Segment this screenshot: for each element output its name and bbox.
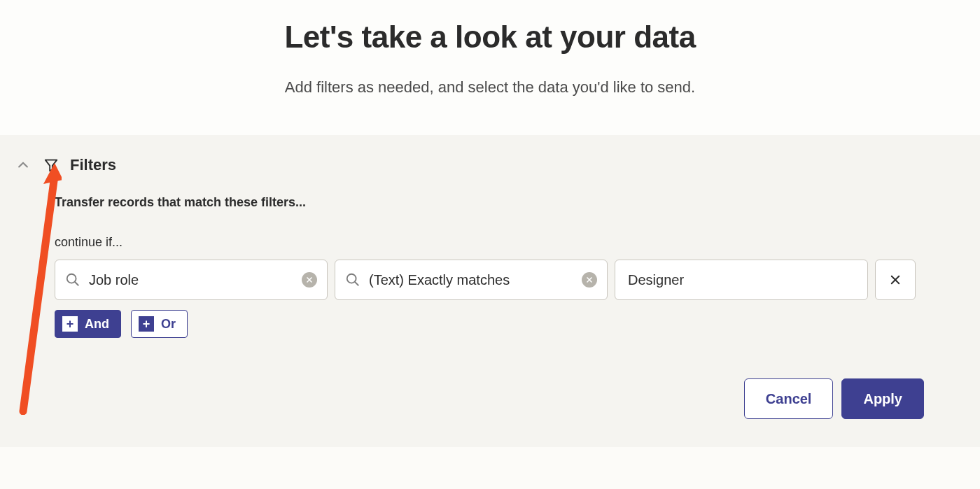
collapse-toggle[interactable] <box>15 157 31 173</box>
panel-actions: Cancel Apply <box>14 378 966 419</box>
svg-point-2 <box>67 274 76 283</box>
apply-button-label: Apply <box>863 391 902 407</box>
transfer-description: Transfer records that match these filter… <box>55 195 966 210</box>
page-subtitle: Add filters as needed, and select the da… <box>0 78 980 97</box>
filter-operator-value: (Text) Exactly matches <box>369 272 582 288</box>
filters-body: Transfer records that match these filter… <box>14 195 966 338</box>
filter-condition-row: Job role (Text) Exactly matches Designer <box>55 260 966 300</box>
cancel-button[interactable]: Cancel <box>744 378 834 419</box>
remove-condition-button[interactable] <box>875 260 916 300</box>
plus-icon: + <box>139 316 154 332</box>
filter-icon <box>43 157 59 173</box>
add-and-button[interactable]: + And <box>55 310 121 338</box>
filter-value-input[interactable]: Designer <box>615 260 868 300</box>
svg-point-6 <box>347 274 356 283</box>
or-button-label: Or <box>161 317 176 332</box>
filters-section-header: Filters <box>14 156 966 174</box>
page-header: Let's take a look at your data Add filte… <box>0 0 980 135</box>
logic-buttons-row: + And + Or <box>55 310 966 338</box>
page-title: Let's take a look at your data <box>0 20 980 55</box>
filters-section-title: Filters <box>70 156 116 174</box>
search-icon <box>65 272 80 288</box>
filters-panel: Filters Transfer records that match thes… <box>0 135 980 447</box>
svg-line-7 <box>355 282 359 286</box>
clear-operator-button[interactable] <box>582 272 597 288</box>
apply-button[interactable]: Apply <box>841 378 924 419</box>
add-or-button[interactable]: + Or <box>131 310 188 338</box>
svg-line-3 <box>75 282 79 286</box>
clear-field-button[interactable] <box>302 272 317 288</box>
filter-field-select[interactable]: Job role <box>55 260 328 300</box>
cancel-button-label: Cancel <box>766 391 812 407</box>
filter-field-value: Job role <box>89 272 302 288</box>
filter-operator-select[interactable]: (Text) Exactly matches <box>335 260 608 300</box>
search-icon <box>345 272 360 288</box>
continue-label: continue if... <box>55 235 966 250</box>
plus-icon: + <box>62 316 78 332</box>
filter-value-text: Designer <box>628 272 858 288</box>
and-button-label: And <box>85 317 109 332</box>
